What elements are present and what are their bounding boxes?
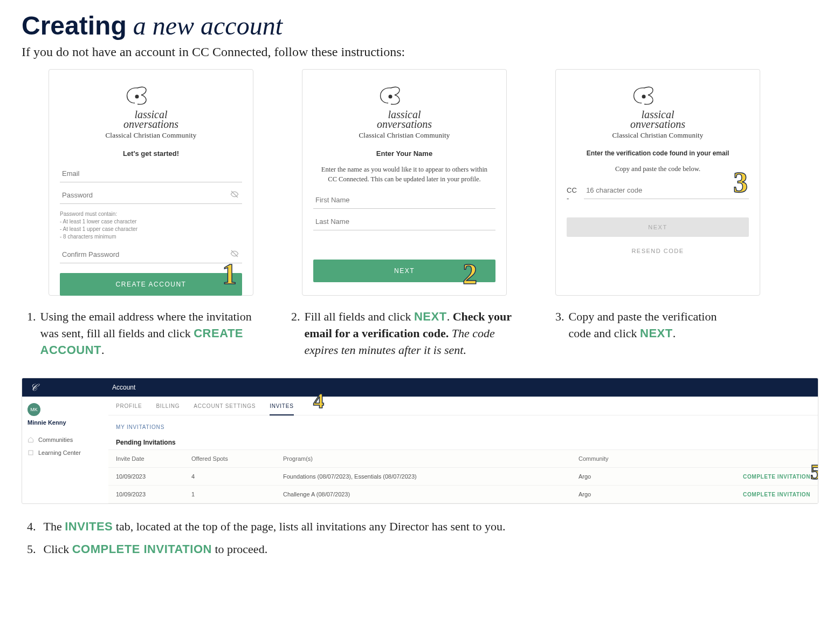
avatar[interactable]: MK: [27, 403, 40, 416]
callout-1: 1: [222, 257, 237, 291]
card1-heading: Let's get started!: [60, 149, 242, 158]
topbar-title: Account: [112, 384, 135, 391]
brand-name: lassicalonversations: [567, 110, 749, 129]
sidebar-item-communities[interactable]: Communities: [27, 433, 103, 446]
card3-subtext: Copy and paste the code below.: [572, 165, 743, 174]
svg-point-0: [135, 95, 139, 99]
table-row: 10/09/2023 4 Foundations (08/07/2023), E…: [108, 468, 818, 486]
dashboard-screenshot: 𝒞 Account MK Minnie Kenny Communities Le…: [22, 378, 818, 504]
card2-subtext: Enter the name as you would like it to a…: [319, 165, 490, 184]
bottom-item-4: 4. The INVITES tab, located at the top o…: [27, 517, 818, 536]
sidebar-item-learning[interactable]: Learning Center: [27, 446, 103, 459]
brand-logo-icon: [119, 81, 183, 110]
bottom-item-5: 5. Click COMPLETE INVITATION to proceed.: [27, 540, 818, 558]
tab-invites[interactable]: INVITES: [270, 403, 294, 415]
caption-row: 1. Using the email address where the inv…: [27, 309, 818, 358]
last-name-field[interactable]: [313, 213, 495, 230]
next-button-disabled[interactable]: NEXT: [567, 217, 749, 237]
svg-point-1: [389, 95, 393, 99]
table-row: 10/09/2023 1 Challenge A (08/07/2023) Ar…: [108, 486, 818, 503]
table-header: Invite Date Offered Spots Program(s) Com…: [108, 449, 818, 468]
section-title: MY INVITATIONS: [108, 415, 818, 435]
col-invite-date: Invite Date: [116, 455, 191, 462]
topbar-logo-icon: 𝒞: [30, 382, 37, 393]
intro-text: If you do not have an account in CC Conn…: [22, 45, 818, 59]
email-field[interactable]: [60, 165, 242, 182]
callout-2: 2: [463, 257, 477, 291]
verification-card: lassicalonversations Classical Christian…: [555, 69, 760, 296]
code-prefix: CC -: [567, 186, 580, 202]
home-icon: [27, 437, 34, 443]
pending-invitations-header: Pending Invitations: [108, 435, 818, 449]
brand-logo: lassicalonversations Classical Christian…: [313, 81, 495, 140]
tab-account-settings[interactable]: ACCOUNT SETTINGS: [194, 403, 256, 415]
svg-point-2: [642, 95, 646, 99]
password-rules: Password must contain: - At least 1 lowe…: [60, 210, 242, 241]
callout-3: 3: [733, 166, 748, 199]
brand-logo: lassicalonversations Classical Christian…: [567, 81, 749, 140]
first-name-field[interactable]: [313, 192, 495, 209]
brand-logo-icon: [625, 81, 690, 110]
dashboard-topbar: 𝒞 Account: [22, 378, 818, 397]
callout-4: 4: [313, 388, 325, 413]
brand-logo-icon: [372, 81, 437, 110]
tab-billing[interactable]: BILLING: [156, 403, 180, 415]
brand-subtitle: Classical Christian Community: [60, 131, 242, 140]
create-account-card: lassicalonversations Classical Christian…: [49, 69, 253, 296]
enter-name-card: lassicalonversations Classical Christian…: [302, 69, 507, 296]
brand-subtitle: Classical Christian Community: [313, 131, 495, 140]
col-programs: Program(s): [283, 455, 579, 462]
eye-off-icon[interactable]: [230, 249, 239, 258]
invitations-table: Invite Date Offered Spots Program(s) Com…: [108, 449, 818, 503]
password-field[interactable]: [60, 187, 242, 204]
tabs-row: PROFILE BILLING ACCOUNT SETTINGS INVITES…: [108, 397, 818, 415]
title-bold: Creating: [22, 11, 127, 40]
resend-code-button[interactable]: RESEND CODE: [567, 241, 749, 261]
caption-3: 3. Copy and paste the verification code …: [555, 309, 739, 358]
dashboard-sidebar: MK Minnie Kenny Communities Learning Cen…: [22, 397, 108, 503]
dashboard-main: PROFILE BILLING ACCOUNT SETTINGS INVITES…: [108, 397, 818, 503]
title-italic: a new account: [133, 11, 283, 40]
caption-2: 2. Fill all fields and click NEXT. Check…: [291, 309, 518, 358]
complete-invitation-link[interactable]: COMPLETE INVITATION: [743, 474, 810, 480]
confirm-password-field[interactable]: [60, 246, 242, 263]
verification-code-field[interactable]: [584, 182, 749, 199]
brand-subtitle: Classical Christian Community: [567, 131, 749, 140]
callout-5: 5: [810, 459, 818, 485]
page-title: Creating a new account: [22, 11, 818, 40]
col-community: Community: [579, 455, 703, 462]
create-account-button[interactable]: CREATE ACCOUNT: [60, 273, 242, 296]
card2-heading: Enter Your Name: [313, 149, 495, 158]
brand-name: lassicalonversations: [313, 110, 495, 129]
col-offered-spots: Offered Spots: [191, 455, 283, 462]
svg-rect-3: [29, 451, 33, 455]
user-name: Minnie Kenny: [27, 419, 103, 426]
book-icon: [27, 449, 34, 456]
brand-logo: lassicalonversations Classical Christian…: [60, 81, 242, 140]
bottom-list: 4. The INVITES tab, located at the top o…: [27, 517, 818, 558]
complete-invitation-link[interactable]: COMPLETE INVITATION: [743, 492, 810, 497]
cards-row: lassicalonversations Classical Christian…: [49, 69, 818, 296]
tab-profile[interactable]: PROFILE: [116, 403, 142, 415]
brand-name: lassicalonversations: [60, 110, 242, 129]
caption-1: 1. Using the email address where the inv…: [27, 309, 253, 358]
card3-heading: Enter the verification code found in you…: [567, 149, 749, 157]
eye-off-icon[interactable]: [230, 190, 239, 199]
